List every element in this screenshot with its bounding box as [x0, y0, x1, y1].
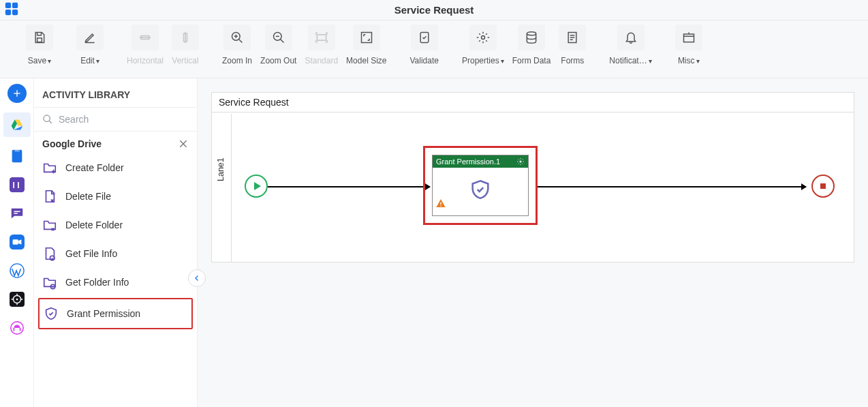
folder-info-icon: [42, 275, 57, 290]
align-vertical-icon: [179, 31, 192, 44]
svg-point-30: [44, 115, 50, 121]
model-size-button[interactable]: Model Size: [343, 25, 389, 65]
rail-wordpress[interactable]: [7, 261, 27, 280]
forms-button[interactable]: Forms: [556, 25, 589, 65]
shield-check-icon: [44, 306, 59, 321]
lane-divider: [231, 114, 232, 262]
bell-icon: [624, 31, 638, 44]
edit-button[interactable]: Edit▾: [74, 25, 106, 65]
top-bar: Service Request: [0, 0, 868, 20]
rail-form[interactable]: I I: [7, 175, 27, 194]
activity-node-title: Grant Permission.1: [436, 157, 500, 166]
svg-rect-4: [37, 38, 42, 42]
pool-title: Service Request: [212, 93, 854, 112]
activity-delete-folder[interactable]: Delete Folder: [34, 211, 197, 239]
svg-rect-9: [317, 35, 326, 40]
collapse-sidebar-button[interactable]: [188, 269, 206, 287]
close-icon[interactable]: [178, 138, 189, 149]
misc-icon: [682, 31, 696, 44]
chevron-down-icon: ▾: [48, 57, 51, 65]
svg-rect-2: [5, 9, 11, 14]
svg-rect-35: [440, 205, 441, 206]
rail-support[interactable]: [7, 318, 27, 337]
canvas-area: Service Request Lane1 Grant Permission.1: [198, 78, 868, 407]
sequence-flow-2[interactable]: [538, 186, 806, 187]
add-button[interactable]: [7, 84, 27, 103]
chevron-down-icon: ▾: [649, 57, 652, 65]
folder-x-icon: [42, 217, 57, 232]
edit-icon: [83, 31, 97, 44]
warning-icon: [435, 198, 446, 211]
activity-grant-permission[interactable]: Grant Permission: [38, 298, 193, 329]
save-icon: [33, 31, 46, 44]
svg-rect-10: [361, 33, 371, 43]
search-box[interactable]: [34, 108, 197, 132]
page-title: Service Request: [0, 4, 868, 16]
folder-plus-icon: [42, 160, 57, 175]
properties-button[interactable]: Properties▾: [459, 25, 507, 65]
apps-icon[interactable]: [4, 1, 19, 19]
form-data-button[interactable]: Form Data: [510, 25, 554, 65]
rail-clipboard[interactable]: [7, 147, 27, 166]
chevron-down-icon: ▾: [696, 57, 700, 65]
model-size-icon: [360, 31, 373, 44]
activity-delete-file[interactable]: Delete File: [34, 182, 197, 211]
activity-node-grant-permission[interactable]: Grant Permission.1: [432, 155, 529, 216]
chevron-left-icon: [193, 274, 201, 282]
svg-point-28: [16, 299, 18, 301]
validate-icon: [418, 31, 431, 44]
svg-rect-20: [14, 149, 19, 152]
sidebar-title: ACTIVITY LIBRARY: [34, 78, 197, 108]
svg-text:I I: I I: [12, 181, 19, 190]
file-x-icon: [42, 189, 57, 204]
svg-rect-3: [12, 9, 18, 14]
validate-button[interactable]: Validate: [407, 25, 441, 65]
svg-rect-1: [12, 2, 18, 7]
rail-video[interactable]: [7, 232, 27, 252]
sidebar: ACTIVITY LIBRARY Google Drive Create Fol…: [34, 78, 198, 407]
shield-check-icon: [469, 178, 492, 204]
zoom-out-button[interactable]: Zoom Out: [258, 25, 299, 65]
svg-rect-34: [440, 202, 441, 205]
sequence-flow-1[interactable]: [268, 186, 430, 187]
toolbar: Save▾ Edit▾ Horizontal Vertical Zoom In …: [0, 20, 868, 78]
start-event[interactable]: [245, 175, 268, 198]
left-rail: I I: [0, 78, 34, 407]
save-button[interactable]: Save▾: [23, 25, 56, 65]
align-horizontal-button: Horizontal: [124, 25, 166, 65]
zoom-in-icon: [230, 31, 244, 44]
gear-icon: [476, 31, 490, 44]
process-pool[interactable]: Service Request Lane1 Grant Permission.1: [211, 92, 854, 262]
rail-chat[interactable]: [7, 204, 27, 223]
zoom-in-button[interactable]: Zoom In: [219, 25, 255, 65]
activity-get-folder-info[interactable]: Get Folder Info: [34, 268, 197, 297]
gear-icon[interactable]: [516, 157, 525, 166]
align-horizontal-icon: [138, 31, 152, 44]
lane-label: Lane1: [216, 157, 226, 181]
fit-icon: [315, 31, 328, 44]
notifications-button[interactable]: Notificat…▾: [606, 25, 654, 65]
rail-target[interactable]: [7, 290, 27, 309]
database-icon: [525, 31, 538, 44]
chevron-down-icon: ▾: [501, 57, 504, 65]
file-info-icon: [42, 246, 57, 261]
svg-rect-24: [12, 239, 18, 244]
form-icon: [565, 31, 579, 44]
end-event[interactable]: [811, 175, 835, 198]
section-google-drive: Google Drive: [34, 132, 197, 153]
zoom-standard-button: Standard: [302, 25, 341, 65]
svg-rect-0: [5, 2, 11, 7]
zoom-out-icon: [272, 31, 285, 44]
activity-get-file-info[interactable]: Get File Info: [34, 239, 197, 268]
svg-point-13: [527, 32, 536, 35]
chevron-down-icon: ▾: [96, 57, 99, 65]
rail-google-drive[interactable]: [3, 112, 31, 137]
align-vertical-button: Vertical: [169, 25, 202, 65]
misc-button[interactable]: Misc▾: [672, 25, 705, 65]
activity-node-highlight: Grant Permission.1: [423, 146, 538, 225]
activity-create-folder[interactable]: Create Folder: [34, 153, 197, 182]
svg-point-33: [520, 161, 522, 163]
search-icon: [42, 113, 53, 125]
svg-point-12: [481, 36, 484, 40]
search-input[interactable]: [59, 114, 189, 125]
